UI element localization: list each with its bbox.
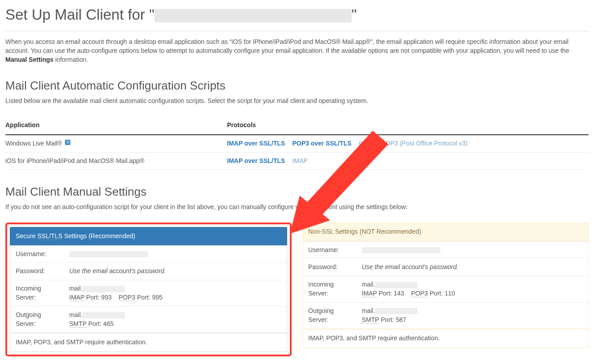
ssl-incoming-host-prefix: mail. [69, 285, 83, 292]
ssl-smtp-port: 465 [103, 320, 114, 327]
redacted-outgoing-host-ns [375, 308, 418, 314]
ssl-highlight-box: Secure SSL/TLS Settings (Recommended) Us… [5, 223, 292, 356]
redacted-username [69, 251, 148, 257]
ssl-header-pre: Secure [16, 232, 37, 240]
ssl-smtp-port-label: Port: [86, 320, 103, 327]
nonssl-smtp-port: 587 [396, 316, 406, 323]
ssl-outgoing-host-prefix: mail. [69, 311, 83, 318]
nonssl-imap-port-label: Port: [377, 290, 393, 297]
ssl-outgoing-label: Outgoing Server: [10, 307, 64, 333]
protocol-link[interactable]: IMAP [292, 157, 307, 164]
app-name-cell: Windows Live Mail® ? [5, 135, 227, 152]
page-title: Set Up Mail Client for "" [5, 4, 589, 31]
nonssl-username-label: Username: [303, 241, 357, 259]
ssl-pop3-port-label: Port: [135, 294, 152, 301]
page-title-prefix: Set Up Mail Client for " [5, 6, 155, 23]
protocol-link[interactable]: IMAP [359, 140, 374, 147]
ssl-incoming-label: Incoming Server: [10, 280, 64, 307]
redacted-email [155, 9, 352, 22]
ssl-smtp-abbr: SMTP [69, 320, 87, 328]
nonssl-imap-abbr: IMAP [362, 290, 377, 297]
nonssl-panel-header: Non-SSL Settings (NOT Recommended) [302, 223, 589, 241]
manual-settings-desc: If you do not see an auto-configuration … [5, 203, 589, 212]
scripts-table: Application Protocols Windows Live Mail®… [5, 116, 589, 170]
ssl-password-hint: Use the email account's password. [69, 267, 166, 274]
nonssl-outgoing-host-prefix: mail. [362, 307, 375, 314]
nonssl-password-label: Password: [303, 259, 357, 276]
table-row: Windows Live Mail® ?IMAP over SSL/TLSPOP… [5, 135, 589, 152]
intro-text-2: information. [53, 56, 88, 63]
redacted-username-ns [362, 247, 440, 253]
ssl-imap-port-label: Port: [84, 294, 101, 301]
ssl-pop3-abbr: POP3 [119, 294, 135, 301]
protocols-cell: IMAP over SSL/TLSIMAP [227, 153, 589, 170]
nonssl-incoming-label: Incoming Server: [303, 276, 357, 303]
ssl-imap-abbr: IMAP [69, 294, 85, 301]
nonssl-smtp-port-label: Port: [379, 316, 396, 323]
ssl-header-abbr: SSL/TLS [37, 232, 62, 240]
auto-config-heading: Mail Client Automatic Configuration Scri… [5, 77, 589, 94]
ssl-settings-panel: Secure SSL/TLS Settings (Recommended) Us… [10, 227, 287, 352]
table-row: iOS for iPhone/iPad/iPod and MacOS® Mail… [5, 153, 589, 170]
ssl-panel-header: Secure SSL/TLS Settings (Recommended) [10, 227, 287, 245]
auto-config-desc: Listed below are the available mail clie… [5, 97, 589, 106]
redacted-outgoing-host-ssl [82, 312, 125, 318]
nonssl-username-value [357, 241, 589, 259]
redacted-incoming-host-ssl [82, 286, 125, 292]
nonssl-outgoing-label: Outgoing Server: [303, 303, 357, 329]
intro-text-1: When you access an email account through… [5, 38, 569, 54]
col-application: Application [5, 116, 227, 135]
nonssl-password-hint: Use the email account's password. [362, 263, 459, 270]
nonssl-incoming-host-prefix: mail. [362, 281, 375, 288]
intro-bold: Manual Settings [5, 56, 53, 63]
manual-settings-heading: Mail Client Manual Settings [5, 184, 589, 200]
protocol-link[interactable]: IMAP over SSL/TLS [227, 140, 285, 147]
nonssl-pop3-port: 110 [444, 290, 455, 297]
nonssl-auth-note: IMAP, POP3, and SMTP require authenticat… [302, 329, 589, 348]
protocol-link[interactable]: POP3 (Post Office Protocol v3) [381, 140, 468, 147]
ssl-imap-port: 993 [101, 294, 112, 301]
help-icon[interactable]: ? [65, 140, 70, 145]
ssl-password-label: Password: [10, 263, 64, 280]
nonssl-pop3-abbr: POP3 [411, 290, 428, 297]
nonssl-outgoing-value: mail. SMTP Port: 587 [357, 303, 589, 329]
protocols-cell: IMAP over SSL/TLSPOP3 over SSL/TLSIMAPPO… [227, 135, 589, 152]
nonssl-smtp-abbr: SMTP [362, 316, 379, 324]
col-protocols: Protocols [227, 116, 589, 135]
nonssl-pop3-port-label: Port: [428, 290, 444, 297]
ssl-pop3-port: 995 [152, 294, 162, 301]
redacted-incoming-host-ns [375, 282, 418, 288]
ssl-username-value [64, 245, 287, 263]
ssl-header-post: Settings (Recommended) [62, 232, 135, 240]
page-title-suffix: " [352, 6, 357, 23]
nonssl-settings-panel: Non-SSL Settings (NOT Recommended) Usern… [302, 223, 589, 348]
intro-paragraph: When you access an email account through… [5, 38, 589, 64]
ssl-username-label: Username: [10, 245, 64, 263]
nonssl-imap-port: 143 [394, 290, 404, 297]
ssl-auth-note: IMAP, POP3, and SMTP require authenticat… [10, 333, 287, 352]
nonssl-password-value: Use the email account's password. [357, 259, 589, 276]
ssl-outgoing-value: mail. SMTP Port: 465 [64, 307, 287, 333]
protocol-link[interactable]: IMAP over SSL/TLS [227, 157, 285, 164]
ssl-incoming-value: mail. IMAP Port: 993 POP3 Port: 995 [64, 280, 287, 307]
protocol-link[interactable]: POP3 over SSL/TLS [292, 140, 351, 147]
nonssl-incoming-value: mail. IMAP Port: 143 POP3 Port: 110 [357, 276, 589, 303]
ssl-password-value: Use the email account's password. [64, 263, 287, 280]
app-name-cell: iOS for iPhone/iPad/iPod and MacOS® Mail… [5, 153, 227, 170]
